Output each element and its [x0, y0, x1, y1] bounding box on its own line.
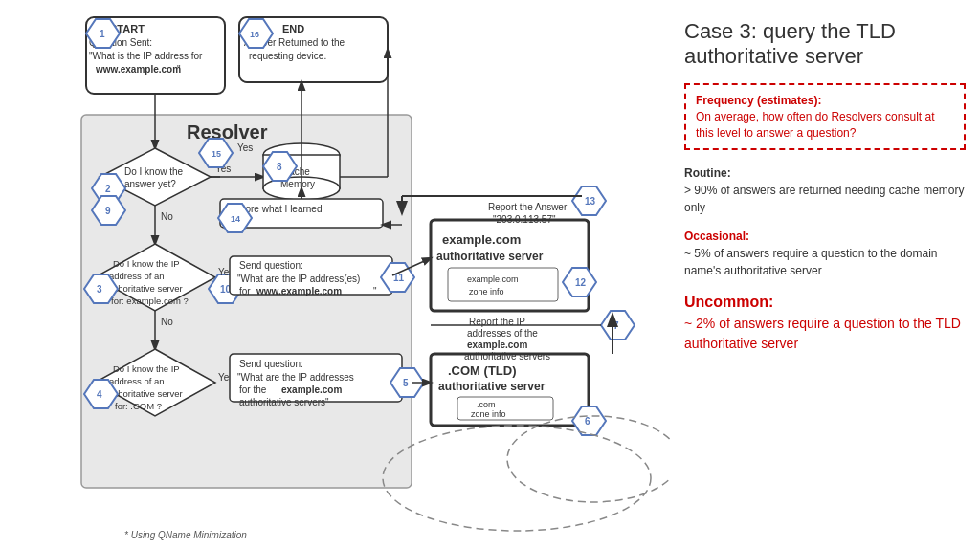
svg-text:1: 1	[100, 29, 105, 39]
svg-text:7: 7	[613, 320, 619, 331]
svg-text:END: END	[282, 23, 304, 34]
svg-text:for the: for the	[239, 384, 267, 395]
diagram-area: Resolver START Question Sent: "What is t…	[0, 0, 670, 548]
svg-text:12: 12	[575, 277, 587, 288]
svg-text:example.com: example.com	[281, 384, 342, 395]
svg-text:": "	[373, 286, 377, 296]
svg-text:addresses of the: addresses of the	[467, 328, 538, 339]
uncommon-section: Uncommon: ~ 2% of answers require a ques…	[684, 291, 966, 354]
svg-text:"What are the IP addresses: "What are the IP addresses	[237, 372, 354, 383]
svg-text:No: No	[161, 211, 173, 222]
frequency-question: On average, how often do Resolvers consu…	[696, 109, 954, 142]
routine-section: Routine: > 90% of answers are returned n…	[684, 164, 966, 216]
svg-text:for: example.com ?: for: example.com ?	[111, 296, 189, 306]
svg-text:address of an: address of an	[109, 271, 165, 281]
svg-text:13: 13	[585, 196, 596, 207]
svg-text:Do I know the IP: Do I know the IP	[113, 258, 180, 269]
svg-text:8: 8	[277, 162, 282, 172]
svg-text:Do I know the: Do I know the	[124, 166, 184, 177]
svg-text:3: 3	[97, 284, 102, 295]
routine-text: > 90% of answers are returned needing ca…	[684, 184, 965, 214]
svg-text:16: 16	[250, 30, 259, 39]
main-container: Resolver START Question Sent: "What is t…	[0, 0, 980, 548]
svg-text:authoritative servers": authoritative servers"	[239, 397, 329, 407]
svg-text:for: .COM ?: for: .COM ?	[115, 401, 162, 411]
svg-text:www.example.com: www.example.com	[95, 64, 181, 75]
svg-text:Send question:: Send question:	[239, 359, 303, 369]
occasional-section: Occasional: ~ 5% of answers require a qu…	[684, 228, 966, 279]
frequency-box: Frequency (estimates): On average, how o…	[684, 83, 966, 150]
svg-text:"What are the IP address(es): "What are the IP address(es)	[237, 274, 360, 284]
occasional-text: ~ 5% of answers require a question to th…	[684, 247, 938, 277]
svg-text:4: 4	[97, 389, 102, 400]
svg-text:2: 2	[105, 184, 111, 194]
info-panel: Case 3: query the TLD authoritative serv…	[670, 0, 980, 548]
svg-text:authoritative server: authoritative server	[438, 380, 546, 393]
svg-text:5: 5	[403, 378, 409, 388]
svg-text:": "	[177, 64, 181, 75]
footnote: * Using QName Minimization	[124, 530, 247, 540]
svg-text:.com: .com	[477, 400, 496, 409]
uncommon-label: Uncommon:	[684, 291, 966, 314]
svg-text:answer yet?: answer yet?	[124, 179, 176, 189]
svg-text:Report the Answer: Report the Answer	[488, 202, 568, 212]
svg-text:address of an: address of an	[109, 376, 165, 386]
svg-text:.COM (TLD): .COM (TLD)	[448, 363, 516, 378]
svg-text:authoritative server: authoritative server	[436, 250, 544, 263]
svg-text:authoritative servers: authoritative servers	[464, 351, 550, 362]
svg-point-105	[383, 426, 651, 531]
svg-text:for: for	[239, 286, 251, 296]
svg-text:15: 15	[212, 149, 221, 159]
svg-text:Do I know the IP: Do I know the IP	[113, 363, 180, 374]
svg-text:Resolver: Resolver	[187, 121, 268, 142]
svg-text:example.com: example.com	[467, 274, 519, 284]
uncommon-text: ~ 2% of answers require a question to th…	[684, 314, 966, 354]
svg-text:requesting device.: requesting device.	[249, 51, 326, 61]
svg-text:9: 9	[105, 206, 111, 216]
svg-text:"What is the IP address for: "What is the IP address for	[89, 51, 203, 61]
svg-text:14: 14	[231, 214, 240, 224]
case-title: Case 3: query the TLD authoritative serv…	[684, 19, 966, 69]
occasional-label: Occasional:	[684, 230, 749, 243]
frequency-label: Frequency (estimates):	[696, 94, 821, 107]
svg-text:example.com: example.com	[442, 232, 521, 247]
svg-text:example.com: example.com	[467, 340, 527, 350]
svg-text:No: No	[161, 317, 173, 327]
svg-text:www.example.com: www.example.com	[256, 286, 342, 296]
svg-text:Yes: Yes	[237, 142, 253, 153]
svg-text:zone info: zone info	[471, 409, 506, 419]
svg-text:6: 6	[585, 416, 590, 427]
svg-text:Send question:: Send question:	[239, 260, 303, 271]
svg-text:zone info: zone info	[469, 287, 504, 296]
svg-text:"203.0.113.57": "203.0.113.57"	[493, 214, 556, 225]
routine-label: Routine:	[684, 166, 731, 180]
